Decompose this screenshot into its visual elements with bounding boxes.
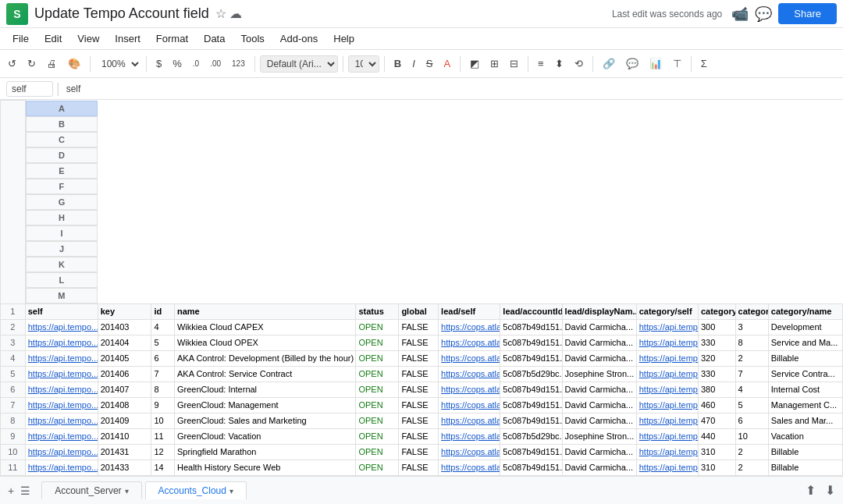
table-cell[interactable]: David Carmicha...: [562, 460, 636, 475]
table-cell[interactable]: FALSE: [399, 413, 439, 428]
col-header-c[interactable]: C: [26, 132, 98, 147]
table-cell[interactable]: https://api.tempo...: [25, 366, 98, 382]
table-cell[interactable]: FALSE: [399, 335, 439, 350]
sheet-tab-accounts-cloud[interactable]: Accounts_Cloud ▾: [145, 481, 247, 499]
table-cell[interactable]: https://api.tempo...: [25, 350, 98, 366]
table-cell[interactable]: David Carmicha...: [562, 413, 636, 428]
table-cell[interactable]: 201409: [98, 413, 151, 428]
col-header-d[interactable]: D: [26, 147, 98, 163]
list-sheets-button[interactable]: ☰: [19, 483, 32, 499]
table-cell[interactable]: https://cops.atla...: [439, 335, 500, 350]
table-cell[interactable]: 9: [151, 397, 175, 413]
table-cell[interactable]: Service Contra...: [768, 366, 842, 382]
table-cell[interactable]: 2014376: [98, 475, 151, 476]
table-cell[interactable]: 380: [698, 382, 735, 397]
font-size-select[interactable]: 10: [348, 55, 379, 73]
table-row[interactable]: 8https://api.tempo...20140910GreenCloud:…: [1, 413, 843, 428]
table-cell[interactable]: https://api.tempo...: [25, 413, 98, 428]
table-cell[interactable]: OPEN: [356, 366, 399, 382]
table-cell[interactable]: TINA Web shop: [174, 475, 355, 476]
col-header-e[interactable]: E: [26, 163, 98, 179]
table-cell[interactable]: Vacation: [768, 428, 842, 444]
table-cell[interactable]: AKA Control: Development (Billed by the …: [174, 350, 355, 366]
table-cell[interactable]: FALSE: [399, 460, 439, 475]
drive-icon[interactable]: ☁: [229, 6, 242, 21]
col-header-b[interactable]: B: [26, 116, 98, 132]
table-cell[interactable]: name: [174, 303, 355, 319]
print-button[interactable]: 🖨: [42, 55, 62, 73]
table-cell[interactable]: FALSE: [399, 350, 439, 366]
table-cell[interactable]: 470: [698, 413, 735, 428]
table-cell[interactable]: https://cops.atla...: [439, 350, 500, 366]
currency-button[interactable]: $: [151, 55, 166, 73]
table-cell[interactable]: David Carmicha...: [562, 397, 636, 413]
table-cell[interactable]: 300: [698, 319, 735, 335]
table-cell[interactable]: https://api.tempo...: [636, 350, 698, 366]
table-cell[interactable]: OPEN: [356, 382, 399, 397]
comment-button[interactable]: 💬: [621, 55, 643, 73]
col-header-f[interactable]: F: [26, 179, 98, 194]
table-cell[interactable]: 310: [698, 444, 735, 460]
table-cell[interactable]: Wikkiea Cloud CAPEX: [174, 319, 355, 335]
menu-help[interactable]: Help: [327, 31, 361, 46]
table-cell[interactable]: 5c087b49d151...: [500, 413, 562, 428]
table-cell[interactable]: https://cops.atla...: [439, 382, 500, 397]
table-cell[interactable]: https://api.tempo...: [25, 335, 98, 350]
table-cell[interactable]: Service and Ma...: [768, 335, 842, 350]
table-cell[interactable]: category/name: [768, 303, 842, 319]
sheet-tab-account-server[interactable]: Account_Server ▾: [41, 481, 141, 499]
table-row[interactable]: 5https://api.tempo...2014067AKA Control:…: [1, 366, 843, 382]
table-cell[interactable]: 201403: [98, 319, 151, 335]
table-cell[interactable]: 7: [151, 366, 175, 382]
table-cell[interactable]: https://api.tempo...: [25, 397, 98, 413]
format2-button[interactable]: .00: [205, 56, 226, 71]
table-cell[interactable]: Development: [768, 319, 842, 335]
table-row[interactable]: 2https://api.tempo...2014034Wikkiea Clou…: [1, 319, 843, 335]
table-cell[interactable]: Wikkiea Cloud OPEX: [174, 335, 355, 350]
table-cell[interactable]: 5c087b49d151...: [500, 350, 562, 366]
table-cell[interactable]: key: [98, 303, 151, 319]
table-cell[interactable]: https://api.tempo...: [25, 382, 98, 397]
table-cell[interactable]: category/id: [735, 303, 768, 319]
table-cell[interactable]: OPEN: [356, 350, 399, 366]
table-cell[interactable]: 460: [698, 397, 735, 413]
tab-dropdown-accounts-cloud[interactable]: ▾: [229, 487, 233, 495]
table-cell[interactable]: FALSE: [399, 366, 439, 382]
table-cell[interactable]: https://cops.atla...: [439, 366, 500, 382]
table-cell[interactable]: 8: [735, 335, 768, 350]
table-cell[interactable]: 11: [151, 428, 175, 444]
table-cell[interactable]: Sales and Mar...: [768, 413, 842, 428]
col-header-a[interactable]: A: [26, 101, 98, 116]
table-cell[interactable]: Josephine Stron...: [562, 428, 636, 444]
table-cell[interactable]: https://api.tempo...: [636, 413, 698, 428]
table-cell[interactable]: 330: [698, 335, 735, 350]
table-cell[interactable]: David Carmicha...: [562, 335, 636, 350]
table-cell[interactable]: https://cops.atla...: [439, 413, 500, 428]
table-row[interactable]: 9https://api.tempo...20141011GreenCloud:…: [1, 428, 843, 444]
undo-button[interactable]: ↺: [3, 55, 21, 73]
fill-color-button[interactable]: ◩: [465, 55, 484, 73]
table-cell[interactable]: David Carmicha...: [562, 382, 636, 397]
table-row[interactable]: 1selfkeyidnamestatusgloballead/selflead/…: [1, 303, 843, 319]
table-cell[interactable]: Josephine Stron...: [562, 366, 636, 382]
table-cell[interactable]: 201410: [98, 428, 151, 444]
table-cell[interactable]: FALSE: [399, 397, 439, 413]
merge-button[interactable]: ⊟: [505, 55, 523, 73]
table-cell[interactable]: https://api.tempo...: [636, 475, 698, 476]
table-cell[interactable]: https://api.tempo...: [25, 475, 98, 476]
table-cell[interactable]: 201404: [98, 335, 151, 350]
col-header-l[interactable]: L: [26, 272, 98, 288]
table-cell[interactable]: AKA Control: Service Contract: [174, 366, 355, 382]
borders-button[interactable]: ⊞: [486, 55, 503, 73]
table-cell[interactable]: OPEN: [356, 319, 399, 335]
table-cell[interactable]: https://api.tempo...: [636, 319, 698, 335]
table-cell[interactable]: 5c087b5d29bc...: [500, 475, 562, 476]
col-header-m[interactable]: M: [26, 288, 98, 303]
table-row[interactable]: 12https://api.tempo...201437615TINA Web …: [1, 475, 843, 476]
table-cell[interactable]: lead/accountId: [500, 303, 562, 319]
filter-button[interactable]: ⊤: [668, 55, 686, 73]
table-cell[interactable]: David Carmicha...: [562, 444, 636, 460]
table-cell[interactable]: 201433: [98, 460, 151, 475]
table-cell[interactable]: OPEN: [356, 475, 399, 476]
menu-data[interactable]: Data: [197, 31, 231, 46]
